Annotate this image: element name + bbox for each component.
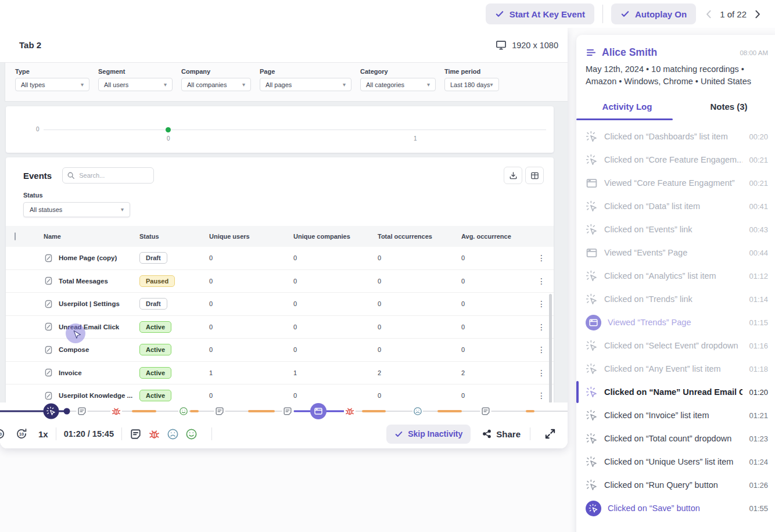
- timeline-marker[interactable]: [43, 403, 59, 419]
- activity-entry[interactable]: Clicked on “Trends” link 01:14: [576, 287, 775, 311]
- playback-timeline[interactable]: [0, 402, 568, 419]
- event-name: Invoice: [59, 369, 82, 376]
- activity-entry[interactable]: Clicked on “Data” list item 00:41: [576, 195, 775, 218]
- unique-users-value: 0: [209, 346, 293, 353]
- svg-text:10: 10: [0, 432, 2, 437]
- status-badge: Active: [139, 344, 171, 355]
- activity-entry[interactable]: Clicked on “Any Event” list item 01:18: [576, 357, 775, 380]
- event-row[interactable]: Total Meesages Paused 0 0 0 0 ⋮: [6, 270, 554, 293]
- activity-entry[interactable]: Clicked on “Run Query” button 01:26: [576, 473, 775, 497]
- event-tag-icon: [44, 345, 53, 355]
- table-icon: [530, 171, 539, 180]
- bug-icon[interactable]: [148, 428, 160, 440]
- replay-cursor-highlight: [66, 323, 85, 343]
- activity-entry[interactable]: Clicked on “Dashboards” list item 00:20: [576, 125, 775, 148]
- timeline-marker[interactable]: [110, 405, 122, 417]
- timeline-marker[interactable]: [344, 405, 356, 417]
- autoplay-button[interactable]: Autoplay On: [611, 3, 696, 24]
- column-header[interactable]: Status: [139, 233, 209, 240]
- screen-resolution: 1920 x 1080: [496, 39, 558, 51]
- kebab-icon[interactable]: ⋮: [529, 253, 554, 263]
- activity-entry[interactable]: Clicked on “Analytics” list item 01:12: [576, 264, 775, 287]
- menu-icon[interactable]: [586, 47, 597, 58]
- activity-entry[interactable]: Clicked on “Invoice” list item 01:21: [576, 404, 775, 427]
- smile-icon[interactable]: [185, 428, 198, 440]
- bug-icon: [111, 406, 121, 416]
- skip-inactivity-button[interactable]: Skip Inactivity: [386, 425, 471, 444]
- forward-10-icon[interactable]: 10: [15, 427, 28, 440]
- activity-text: Clicked on “Total count” dropdown: [604, 434, 742, 443]
- timeline-marker[interactable]: [412, 406, 423, 416]
- activity-entry[interactable]: Clicked on “Events” link 00:43: [576, 218, 775, 241]
- event-row[interactable]: Userpilot | Settings Draft 0 0 0 0 ⋮: [6, 293, 554, 316]
- frown-icon[interactable]: [167, 428, 179, 440]
- timeline-marker[interactable]: [64, 408, 70, 414]
- filter-dropdown[interactable]: Last 180 days ▾: [444, 78, 499, 91]
- activity-entry[interactable]: Clicked on “Core Feature Engagem... 00:2…: [576, 148, 775, 171]
- column-header[interactable]: Name: [29, 233, 139, 240]
- activity-entry[interactable]: Viewed “Core Feature Engagment” 00:21: [576, 171, 775, 195]
- table-view-button[interactable]: [525, 167, 544, 184]
- unique-users-value: 0: [209, 392, 293, 399]
- timeline-marker[interactable]: [76, 405, 87, 416]
- column-header[interactable]: Unique users: [209, 233, 293, 240]
- playback-speed[interactable]: 1x: [38, 429, 48, 439]
- recorded-tab-title: Tab 2: [19, 40, 41, 50]
- note-icon[interactable]: [130, 428, 142, 440]
- filter-dropdown[interactable]: All pages ▾: [260, 78, 351, 91]
- activity-entry[interactable]: Clicked on “Select Event” dropdown 01:16: [576, 334, 775, 357]
- caret-down-icon: ▾: [490, 82, 493, 88]
- status-filter-dropdown[interactable]: All statuses ▾: [23, 202, 130, 217]
- event-row[interactable]: Home Page (copy) Draft 0 0 0 0 ⋮: [6, 247, 554, 270]
- tab-activity-log[interactable]: Activity Log: [576, 97, 678, 120]
- page-icon: [586, 247, 598, 259]
- table-scrollbar[interactable]: [549, 294, 552, 402]
- column-header[interactable]: Unique companies: [293, 233, 378, 240]
- activity-entry[interactable]: Clicked on “Save” button 01:55: [576, 497, 775, 520]
- timeline-marker[interactable]: [214, 405, 225, 416]
- filter-dropdown[interactable]: All companies ▾: [181, 78, 251, 91]
- event-row[interactable]: Userpilot Knowledge ... Active 0 0 0 0 ⋮: [6, 384, 554, 402]
- activity-entry[interactable]: Clicked on “Unique Users” list item 01:2…: [576, 450, 775, 473]
- session-meta: May 12th, 2024 • 10 matching recordings …: [586, 63, 772, 88]
- chart-x-tick: 1: [414, 135, 417, 142]
- filter-label: Time period: [444, 68, 499, 75]
- chart-data-point[interactable]: [166, 127, 171, 132]
- cursor-click-icon: [586, 224, 598, 236]
- column-header[interactable]: Total occurrences: [378, 233, 461, 240]
- timeline-marker[interactable]: [178, 406, 189, 416]
- share-button[interactable]: Share: [482, 429, 521, 439]
- unique-companies-value: 0: [293, 346, 378, 353]
- events-search-input[interactable]: [62, 167, 154, 184]
- filter-dropdown[interactable]: All categories ▾: [360, 78, 436, 91]
- activity-entry[interactable]: Clicked on “Name” Unread Email C... 01:2…: [576, 380, 775, 404]
- timeline-marker[interactable]: [282, 405, 293, 416]
- timeline-marker[interactable]: [480, 405, 491, 416]
- page-icon: [586, 315, 601, 330]
- event-row[interactable]: Compose Active 0 0 0 0 ⋮: [6, 339, 554, 362]
- unique-users-value: 0: [209, 278, 293, 285]
- event-row[interactable]: Unread Email Click Active 0 0 0 0 ⋮: [6, 316, 554, 339]
- column-header[interactable]: Avg. occurrence: [461, 233, 529, 240]
- chevron-left-icon[interactable]: [704, 9, 714, 19]
- event-row[interactable]: Invoice Active 1 1 2 2 ⋮: [6, 362, 554, 385]
- start-at-key-event-button[interactable]: Start At Key Event: [486, 3, 594, 24]
- rewind-10-icon[interactable]: 10: [0, 427, 6, 440]
- timeline-marker[interactable]: [310, 403, 326, 419]
- tab-notes[interactable]: Notes (3): [678, 97, 775, 120]
- filter-dropdown[interactable]: All types ▾: [15, 78, 89, 91]
- cursor-click-icon: [586, 409, 598, 422]
- user-name[interactable]: Alice Smith: [602, 46, 734, 59]
- cursor-click-icon: [586, 270, 598, 282]
- download-button[interactable]: [504, 167, 522, 184]
- filter-dropdown[interactable]: All users ▾: [98, 78, 173, 91]
- fullscreen-icon[interactable]: [544, 428, 556, 440]
- kebab-icon[interactable]: ⋮: [529, 276, 554, 286]
- select-all-checkbox[interactable]: [15, 232, 16, 240]
- total-occurrences-value: 0: [378, 300, 461, 307]
- activity-entry[interactable]: Viewed “Trends” Page 01:15: [576, 311, 775, 334]
- chevron-right-icon[interactable]: [752, 9, 762, 19]
- smile-icon: [179, 407, 188, 416]
- activity-entry[interactable]: Clicked on “Total count” dropdown 01:23: [576, 427, 775, 450]
- activity-entry[interactable]: Viewed “Events” Page 00:44: [576, 241, 775, 264]
